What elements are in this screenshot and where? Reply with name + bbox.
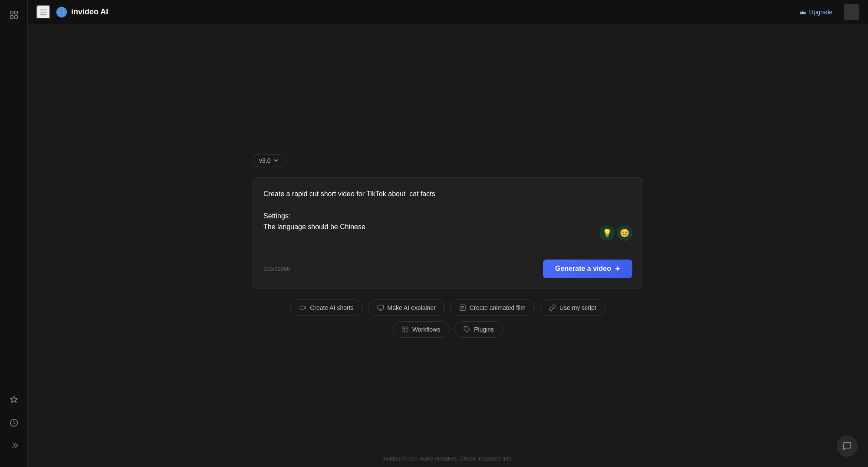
- logo-area: invideo AI: [56, 6, 788, 18]
- chip-create-ai-shorts[interactable]: Create AI shorts: [290, 299, 362, 316]
- menu-button[interactable]: [36, 5, 50, 19]
- video-clip-icon: [299, 304, 306, 311]
- prompt-textarea[interactable]: Create a rapid cut short video for TikTo…: [263, 188, 632, 240]
- svg-rect-12: [300, 306, 304, 309]
- svg-rect-3: [14, 16, 17, 18]
- chevron-down-icon: [273, 158, 279, 164]
- chip-make-ai-explainer-label: Make AI explainer: [388, 304, 436, 311]
- svg-rect-2: [10, 16, 13, 18]
- chip-create-ai-shorts-label: Create AI shorts: [310, 304, 353, 311]
- app-name: invideo AI: [71, 7, 108, 16]
- avatar-icon-bulb: 💡: [599, 225, 615, 241]
- chat-bubble-button[interactable]: [837, 436, 858, 457]
- chip-workflows-label: Workflows: [412, 326, 440, 333]
- crown-icon: [799, 9, 806, 16]
- chips-container: Create AI shorts Make AI explainer: [253, 299, 643, 338]
- svg-rect-11: [847, 8, 856, 16]
- link-icon: [549, 304, 556, 311]
- chip-create-animated-film-label: Create animated film: [470, 304, 526, 311]
- chip-workflows[interactable]: Workflows: [393, 321, 449, 338]
- version-selector[interactable]: v3.0: [253, 154, 286, 167]
- upgrade-button[interactable]: Upgrade: [793, 6, 838, 18]
- version-label: v3.0: [259, 157, 270, 164]
- avatar-icons-group: 💡 😊: [599, 225, 632, 241]
- chip-create-animated-film[interactable]: Create animated film: [450, 299, 535, 316]
- topbar: invideo AI Upgrade: [28, 0, 868, 24]
- sidebar: [0, 0, 28, 467]
- svg-rect-1: [14, 11, 17, 14]
- content-area: v3.0 Create a rapid cut short video for …: [28, 24, 868, 467]
- generate-label: Generate a video: [555, 265, 611, 273]
- sidebar-workflows-icon[interactable]: [6, 7, 22, 23]
- generate-button[interactable]: Generate a video ✦: [543, 260, 632, 278]
- textarea-footer: 103/32000 Generate a video ✦: [263, 260, 632, 278]
- svg-rect-13: [378, 305, 383, 309]
- footer-text: invideo AI can make mistakes. Check impo…: [382, 455, 513, 462]
- chip-make-ai-explainer[interactable]: Make AI explainer: [368, 299, 445, 316]
- puzzle-icon: [464, 326, 470, 333]
- chip-use-my-script-label: Use my script: [559, 304, 596, 311]
- user-avatar[interactable]: [844, 4, 859, 20]
- svg-rect-20: [403, 327, 405, 329]
- svg-rect-21: [406, 327, 408, 329]
- sidebar-bottom: [6, 392, 22, 460]
- avatar-icon-smile: 😊: [617, 225, 632, 241]
- char-count: 103/32000: [263, 266, 290, 272]
- sidebar-expand-icon[interactable]: [6, 437, 22, 453]
- main-area: invideo AI Upgrade v3.0: [28, 0, 868, 467]
- chip-plugins-label: Plugins: [474, 326, 494, 333]
- chips-row-2: Workflows Plugins: [393, 321, 503, 338]
- sparkle-icon: ✦: [615, 265, 620, 273]
- monitor-icon: [377, 304, 384, 311]
- chip-use-my-script[interactable]: Use my script: [540, 299, 605, 316]
- sidebar-top: [6, 7, 22, 23]
- footer: invideo AI can make mistakes. Check impo…: [28, 450, 868, 467]
- svg-rect-0: [10, 11, 13, 14]
- chips-row-1: Create AI shorts Make AI explainer: [290, 299, 605, 316]
- document-icon: [459, 304, 466, 311]
- sidebar-history-icon[interactable]: [6, 415, 22, 431]
- topbar-right: Upgrade: [793, 4, 859, 20]
- grid-icon: [402, 326, 409, 333]
- svg-rect-23: [406, 330, 408, 332]
- svg-rect-22: [403, 330, 405, 332]
- chat-bubble-icon: [842, 441, 852, 451]
- prompt-container: Create a rapid cut short video for TikTo…: [253, 178, 643, 289]
- sidebar-plugins-icon[interactable]: [6, 392, 22, 408]
- center-area: v3.0 Create a rapid cut short video for …: [253, 154, 643, 338]
- chip-plugins[interactable]: Plugins: [454, 321, 503, 338]
- logo-globe-icon: [56, 6, 68, 18]
